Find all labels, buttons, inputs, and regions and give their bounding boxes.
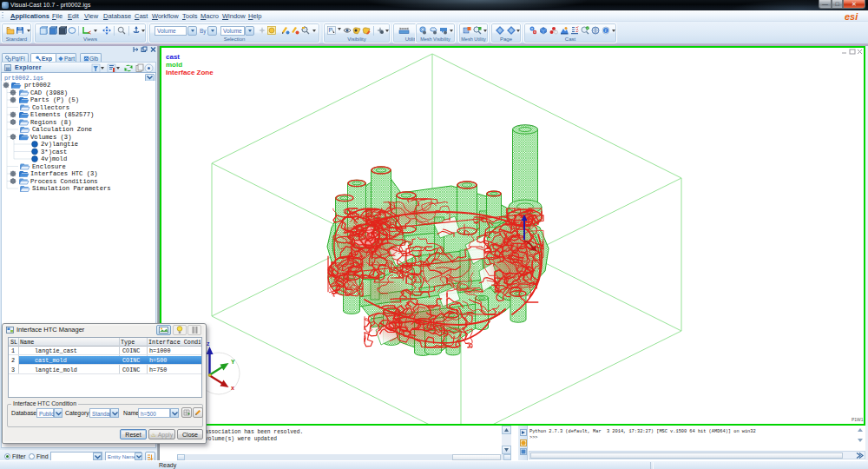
svg-text:cast: cast <box>166 53 180 61</box>
svg-text:P: P <box>329 27 333 33</box>
svg-text:Interface Zone: Interface Zone <box>166 69 214 76</box>
svg-text:esi: esi <box>845 11 858 22</box>
svg-text:Y: Y <box>231 359 235 365</box>
svg-text:P1W1: P1W1 <box>852 417 864 422</box>
svg-text:x: x <box>231 385 234 391</box>
svg-text:z: z <box>207 340 210 347</box>
svg-text:mold: mold <box>166 61 182 69</box>
